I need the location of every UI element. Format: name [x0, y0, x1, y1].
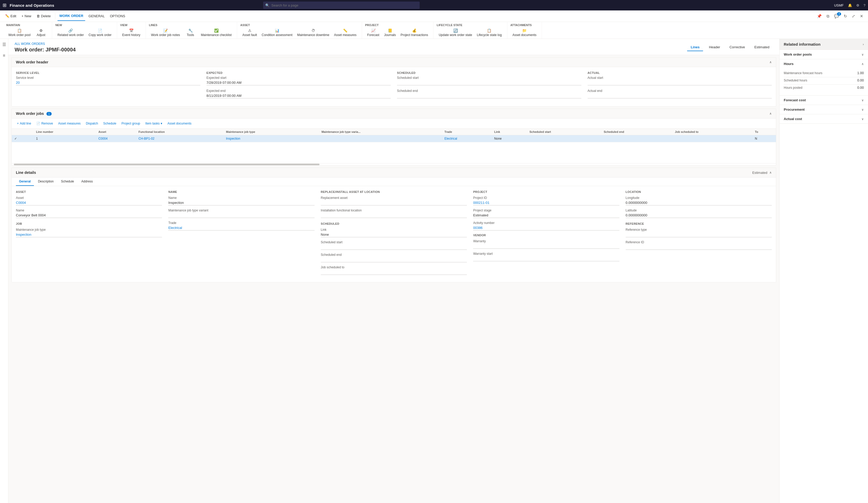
item-tasks-button[interactable]: Item tasks ▾ [143, 121, 164, 126]
schedule-button[interactable]: Schedule [101, 121, 118, 126]
ld-project-id-value[interactable]: 000211-01 [473, 200, 619, 205]
panel-section-procurement-header[interactable]: Procurement ∨ [779, 105, 868, 114]
project-group-button[interactable]: Project group [120, 121, 142, 126]
row-maintenance-job-type[interactable]: Inspection [223, 135, 319, 142]
ribbon-item-journals[interactable]: 📒 Journals [382, 28, 398, 38]
panel-section-pools-header[interactable]: Work order pools ∨ [779, 50, 868, 59]
ld-sched-start-value[interactable]: ‌ [321, 244, 467, 250]
ribbon-item-project-transactions[interactable]: 💰 Project transactions [399, 28, 430, 38]
dispatch-button[interactable]: Dispatch [84, 121, 100, 126]
col-maintenance-job-type[interactable]: Maintenance job type [223, 129, 319, 135]
col-job-scheduled-to[interactable]: Job scheduled to [672, 129, 753, 135]
row-trade[interactable]: Electrical [442, 135, 492, 142]
ld-trade-value[interactable]: Electrical [168, 225, 314, 231]
badge-count-button[interactable]: 4 💬 [833, 13, 840, 20]
col-trade[interactable]: Trade [442, 129, 492, 135]
page-tab-corrective[interactable]: Corrective [726, 43, 748, 51]
ribbon-item-maintenance-checklist[interactable]: ✅ Maintenance checklist [199, 28, 234, 38]
row-asset[interactable]: C0004 [96, 135, 136, 142]
help-icon[interactable]: ? [864, 3, 865, 7]
search-input[interactable] [263, 2, 420, 9]
col-functional-location[interactable]: Functional location [136, 129, 224, 135]
ribbon-item-related-work-order[interactable]: 🔗 Related work order [55, 28, 86, 38]
filter-icon[interactable]: ☰ [1, 41, 7, 48]
tab-options[interactable]: OPTIONS [108, 11, 127, 21]
ld-warranty-start-value[interactable]: ‌ [473, 256, 619, 261]
actual-start-value[interactable]: ‌ [588, 80, 772, 85]
edit-button[interactable]: ✏️ Edit [3, 11, 18, 21]
ribbon-item-job-notes[interactable]: 📝 Work order job notes [149, 28, 182, 38]
ribbon-item-asset-documents[interactable]: 📁 Asset documents [510, 28, 539, 38]
breadcrumb[interactable]: ALL WORK ORDERS [14, 42, 76, 46]
expected-end-value[interactable]: 8/11/2019 07:00:00 AM [207, 93, 391, 98]
add-line-button[interactable]: + Add line [15, 121, 33, 126]
ld-reference-id-value[interactable]: ‌ [626, 244, 772, 250]
ld-name-value[interactable]: Inspection [168, 200, 314, 205]
ld-project-stage-value[interactable]: Estimated [473, 213, 619, 218]
open-new-window-button[interactable]: ⧉ [825, 13, 831, 20]
col-to[interactable]: To [752, 129, 776, 135]
tab-work-order[interactable]: WORK ORDER [58, 11, 85, 21]
ribbon-item-copy-work-order[interactable]: 📄 Copy work order [86, 28, 114, 38]
ribbon-item-maintenance-downtime[interactable]: ⏱ Maintenance downtime [295, 28, 331, 38]
ribbon-item-tools[interactable]: 🔧 Tools [183, 28, 198, 38]
col-scheduled-end[interactable]: Scheduled end [601, 129, 672, 135]
row-functional-location[interactable]: CH-BP1-02 [136, 135, 224, 142]
horizontal-scrollbar[interactable] [14, 164, 320, 165]
asset-documents-button[interactable]: Asset documents [165, 121, 194, 126]
ld-activity-number-value[interactable]: 00386 [473, 225, 619, 231]
ribbon-item-lifecycle-log[interactable]: 📋 Lifecycle state log [475, 28, 504, 38]
ld-longitude-value[interactable]: 0.0000000000 [626, 200, 772, 205]
line-details-header[interactable]: Line details Estimated ∧ [12, 168, 776, 178]
col-maintenance-variant[interactable]: Maintenance job type varia... [319, 129, 442, 135]
panel-section-forecast-cost-header[interactable]: Forecast cost ∨ [779, 95, 868, 105]
new-button[interactable]: + New [19, 11, 33, 21]
ld-install-location-value[interactable]: ‌ [321, 213, 467, 218]
scheduled-end-value[interactable]: ‌ [397, 93, 581, 98]
ribbon-item-adjust[interactable]: ⚙ Adjust [33, 28, 49, 38]
ribbon-item-event-history[interactable]: 📅 Event history [120, 28, 142, 38]
expected-start-value[interactable]: 7/28/2019 07:00:00 AM [207, 80, 391, 85]
ld-asset-value[interactable]: C0004 [16, 200, 162, 205]
ribbon-item-work-order-pool[interactable]: 📋 Work order pool [6, 28, 33, 38]
section-header-jobs[interactable]: Work order jobs 1 ∧ [12, 109, 776, 119]
page-tab-estimated[interactable]: Estimated [751, 43, 773, 51]
ribbon-item-condition-assessment[interactable]: 📊 Condition assessment [259, 28, 294, 38]
table-row[interactable]: ✓ 1 C0004 CH-BP1-02 Inspection Electrica… [12, 135, 776, 142]
ld-warranty-value[interactable]: ‌ [473, 243, 619, 249]
ld-sched-end-value[interactable]: ‌ [321, 257, 467, 262]
close-button[interactable]: ✕ [858, 13, 865, 20]
page-tab-header[interactable]: Header [705, 43, 724, 51]
remove-button[interactable]: 📄 Remove [34, 121, 55, 126]
page-tab-lines[interactable]: Lines [687, 43, 703, 51]
col-link[interactable]: Link [492, 129, 527, 135]
line-tab-general[interactable]: General [16, 178, 34, 186]
ld-variant-value[interactable]: ‌ [168, 213, 314, 218]
ribbon-item-asset-fault[interactable]: ⚠ Asset fault [240, 28, 259, 38]
section-header-work-order[interactable]: Work order header ∧ [12, 58, 776, 67]
service-level-value[interactable]: 20 [16, 80, 200, 85]
notifications-icon[interactable]: 🔔 [848, 3, 852, 7]
ribbon-item-forecast[interactable]: 📈 Forecast [365, 28, 382, 38]
ld-reference-type-value[interactable]: ‌ [626, 232, 772, 237]
ribbon-item-asset-measures[interactable]: 📏 Asset measures [332, 28, 359, 38]
list-icon[interactable]: ≡ [2, 52, 6, 59]
ld-replacement-asset-value[interactable]: ‌ [321, 200, 467, 205]
pin-button[interactable]: 📌 [815, 13, 824, 20]
jobs-table-scroll[interactable]: Line number Asset Functional location Ma… [12, 129, 776, 142]
actual-end-value[interactable]: ‌ [588, 93, 772, 98]
line-tab-schedule[interactable]: Schedule [58, 178, 77, 186]
right-panel-expand-icon[interactable]: › [863, 42, 864, 46]
line-tab-description[interactable]: Description [35, 178, 57, 186]
line-tab-address[interactable]: Address [78, 178, 96, 186]
settings-icon[interactable]: ⚙ [856, 3, 859, 7]
ld-latitude-value[interactable]: 0.0000000000 [626, 213, 772, 218]
col-line-number[interactable]: Line number [33, 129, 96, 135]
ld-job-sched-to-value[interactable]: ‌ [321, 270, 467, 275]
asset-measures-button[interactable]: Asset measures [56, 121, 83, 126]
tab-general[interactable]: GENERAL [86, 11, 107, 21]
col-scheduled-start[interactable]: Scheduled start [527, 129, 601, 135]
ld-asset-name-value[interactable]: Conveyor Belt 0004 [16, 213, 162, 218]
refresh-button[interactable]: ↻ [842, 13, 849, 20]
ld-link-value[interactable]: None [321, 232, 467, 237]
